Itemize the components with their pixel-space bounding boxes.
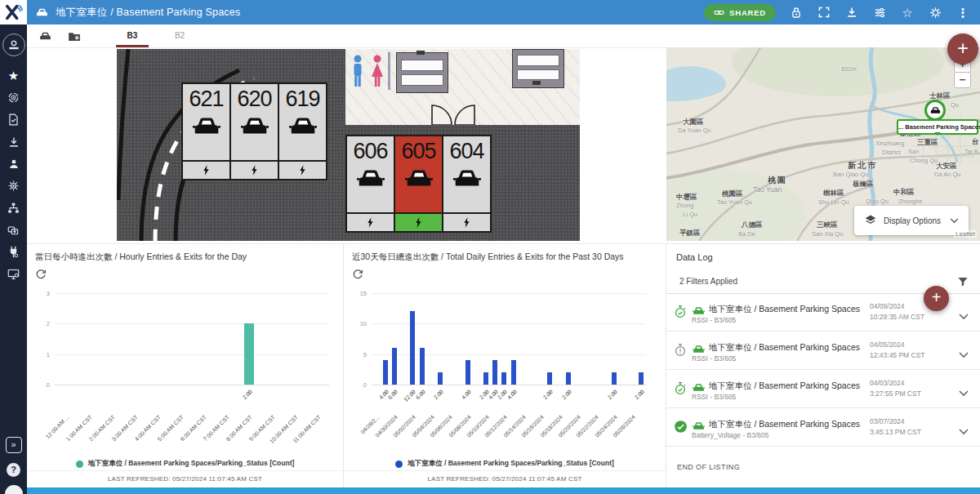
filter-icon[interactable] xyxy=(957,276,969,291)
parking-space-619[interactable]: 619 xyxy=(279,84,326,179)
chart-bar xyxy=(244,323,254,385)
brand-x-logo xyxy=(5,4,23,20)
map-marker-parking[interactable] xyxy=(924,100,946,121)
account-icon[interactable] xyxy=(5,485,23,494)
charger-icon xyxy=(279,160,326,179)
log-entry-date: 04/05/2024 xyxy=(870,340,905,349)
chevron-down-icon[interactable] xyxy=(959,347,969,362)
log-entry[interactable]: 地下室車位 / Basement Parking SpacesRSSI - B3… xyxy=(666,370,980,408)
log-entry-time: 12:43:45 PM CST xyxy=(870,351,925,359)
car-icon xyxy=(929,106,942,114)
log-entry-attribute: RSSI - B3/605 xyxy=(692,354,736,363)
fullscreen-icon[interactable] xyxy=(817,5,831,20)
door-swing-icon xyxy=(429,105,478,125)
add-log-button[interactable]: + xyxy=(924,286,949,311)
car-icon xyxy=(287,116,318,139)
x-axis-tick: 6:00 AM CST xyxy=(167,414,207,455)
tab-b3[interactable]: B3 xyxy=(109,24,156,47)
sidebar-item-favorites[interactable]: ★ xyxy=(7,69,21,83)
log-entry-time: 10:29:35 AM CST xyxy=(870,313,924,321)
charger-icon xyxy=(443,212,490,231)
sidebar-item-document-check[interactable] xyxy=(7,113,21,127)
sidebar-item-connector[interactable] xyxy=(7,245,21,260)
log-entry[interactable]: 地下室車位 / Basement Parking SpacesBattery_V… xyxy=(666,408,980,447)
parking-space-604[interactable]: 604 xyxy=(443,136,490,231)
left-sidebar: ★ » ? xyxy=(0,24,27,494)
parking-space-number: 605 xyxy=(401,140,435,162)
help-icon[interactable]: ? xyxy=(7,463,20,477)
bar-value-label: 2.00 xyxy=(621,389,645,412)
chart-bar xyxy=(492,360,497,385)
y-axis-tick: 15 xyxy=(345,290,367,297)
status-timer-check xyxy=(674,305,687,322)
sidebar-item-devices-dashboard[interactable] xyxy=(2,33,25,56)
status-timer-check xyxy=(674,381,687,398)
gridline xyxy=(55,323,329,324)
x-axis-tick: 4:00 AM CST xyxy=(121,414,162,455)
last-refreshed-label: LAST REFRESHED: 05/27/2024 11:07:45 AM C… xyxy=(27,470,343,487)
sidebar-item-hierarchy[interactable] xyxy=(7,201,21,216)
marker-tooltip[interactable]: ... Basement Parking Spaces xyxy=(897,119,978,135)
parking-space-606[interactable]: 606 xyxy=(347,136,394,231)
sidebar-item-settings[interactable] xyxy=(7,179,21,194)
download-icon[interactable] xyxy=(844,5,859,20)
gridline xyxy=(55,354,329,355)
tab-bar: B3 B2 xyxy=(27,24,980,48)
chart-bar xyxy=(511,360,516,385)
map-place-label: 板橋區 xyxy=(853,180,874,189)
app-logo[interactable] xyxy=(0,0,27,24)
map-place-label: 平鎮區 xyxy=(679,229,701,238)
sidebar-item-monitor[interactable] xyxy=(7,267,21,282)
x-axis-tick: 2:00 AM CST xyxy=(75,414,116,455)
restroom-divider xyxy=(388,52,390,90)
kebab-menu-icon[interactable]: ⋮ xyxy=(956,5,970,20)
charger-icon xyxy=(347,212,394,231)
map-place-label: Zhong xyxy=(676,202,693,209)
display-options-button[interactable]: Display Options xyxy=(854,206,969,235)
x-axis-tick: 12:00 AM ... xyxy=(29,414,70,455)
map-place-label: 桃園 xyxy=(768,175,787,186)
parking-space-621[interactable]: 621 xyxy=(183,84,229,179)
shared-label: SHARED xyxy=(729,8,766,17)
star-icon[interactable]: ☆ xyxy=(900,5,915,20)
folder-info-icon[interactable] xyxy=(63,31,86,42)
chevron-down-icon[interactable] xyxy=(959,309,969,323)
log-entry[interactable]: 地下室車位 / Basement Parking SpacesRSSI - B3… xyxy=(666,332,980,370)
vehicle-tab-icon[interactable] xyxy=(33,31,56,41)
map-widget[interactable]: 602m士林區Qu大園區Da Yuan Qu新莊區XinzhuangDistri… xyxy=(666,47,980,241)
shared-button[interactable]: SHARED xyxy=(704,4,776,21)
map-attribution[interactable]: Leaflet xyxy=(954,230,977,238)
settings-icon[interactable] xyxy=(928,5,942,20)
parking-space-620[interactable]: 620 xyxy=(231,84,278,179)
parking-space-number: 606 xyxy=(353,140,387,162)
parking-space-605[interactable]: 605 xyxy=(395,136,442,231)
top-bar: 地下室車位 / Basement Parking Spaces SHARED ☆… xyxy=(0,0,980,24)
lock-icon[interactable] xyxy=(789,5,804,20)
map-place-label: 台 xyxy=(972,137,979,147)
sidebar-item-radar[interactable] xyxy=(7,91,21,105)
map-place-label: District xyxy=(882,149,901,156)
sidebar-item-download[interactable] xyxy=(7,135,21,149)
map-place-label: Ban Qiao Qu xyxy=(833,171,868,178)
chevron-down-icon[interactable] xyxy=(959,385,969,400)
chart-bar xyxy=(410,311,415,385)
car-icon xyxy=(35,7,49,17)
car-icon xyxy=(452,168,483,191)
expand-panel-icon[interactable]: » xyxy=(6,437,22,453)
filters-applied-label: 2 Filters Applied xyxy=(679,277,737,286)
parking-space-number: 620 xyxy=(237,88,271,110)
log-entry-date: 03/07/2024 xyxy=(870,417,905,425)
parking-widget: 621620619 606605604 xyxy=(27,47,666,243)
sidebar-item-users[interactable] xyxy=(7,157,21,171)
page-title: 地下室車位 / Basement Parking Spaces xyxy=(56,6,240,20)
log-entry-title: 地下室車位 / Basement Parking Spaces xyxy=(709,342,860,354)
equipment-box xyxy=(512,49,564,88)
tune-icon[interactable] xyxy=(872,5,887,20)
sidebar-item-devices-group[interactable] xyxy=(7,223,21,238)
y-axis-tick: 2 xyxy=(29,320,50,327)
chevron-down-icon[interactable] xyxy=(959,424,969,438)
map-zoom-out-button[interactable]: − xyxy=(954,72,971,88)
add-button[interactable]: + xyxy=(947,33,978,65)
tab-b2[interactable]: B2 xyxy=(156,24,203,47)
data-log-title: Data Log xyxy=(676,252,713,262)
